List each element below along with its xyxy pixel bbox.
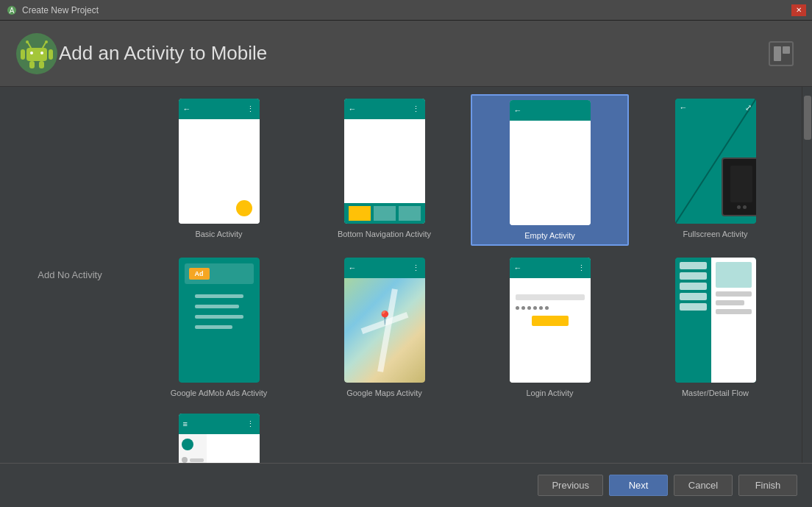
help-icon — [768, 40, 794, 67]
title-bar: A Create New Project ✕ — [0, 0, 812, 21]
back-arrow-icon: ← — [349, 263, 357, 272]
svg-rect-13 — [39, 61, 44, 68]
finish-button[interactable]: Finish — [738, 475, 797, 496]
window-icon: A — [6, 4, 18, 16]
fullscreen-activity-preview: ← ⤢ — [675, 99, 756, 224]
bottom-nav-item-3 — [399, 206, 421, 221]
activity-card-empty[interactable]: ← Empty Activity — [471, 94, 629, 246]
master-detail-label: Master/Detail Flow — [682, 389, 749, 397]
svg-point-9 — [45, 40, 48, 43]
admob-activity-preview: Ad — [179, 258, 260, 383]
login-activity-label: Login Activity — [526, 389, 573, 397]
android-logo — [15, 32, 59, 76]
master-detail-preview — [675, 258, 756, 383]
help-icon-container — [765, 38, 797, 70]
menu-dots-icon: ⋮ — [412, 263, 421, 273]
activity-card-nav-drawer[interactable]: ≡ ⋮ — [140, 409, 298, 463]
svg-rect-12 — [29, 61, 35, 68]
main-content: Add No Activity ← ⋮ Basic Activity — [0, 87, 812, 463]
login-activity-preview: ← ⋮ — [510, 258, 591, 383]
bottom-nav-item-2 — [374, 206, 396, 221]
expand-icon: ⤢ — [745, 103, 752, 113]
admob-activity-label: Google AdMob Ads Activity — [171, 389, 267, 397]
back-arrow-icon: ← — [183, 104, 191, 113]
fullscreen-activity-label: Fullscreen Activity — [683, 230, 747, 238]
back-arrow-icon: ← — [514, 106, 522, 115]
activity-card-fullscreen[interactable]: ← ⤢ Fullscreen Activity — [636, 94, 794, 246]
bottom-navigation-preview: ← ⋮ — [344, 99, 425, 224]
activity-card-login[interactable]: ← ⋮ — [471, 253, 629, 402]
svg-point-7 — [26, 40, 29, 43]
svg-rect-16 — [783, 46, 790, 54]
cancel-button[interactable]: Cancel — [674, 475, 733, 496]
maps-activity-label: Google Maps Activity — [346, 389, 422, 397]
activity-card-bottom-navigation[interactable]: ← ⋮ Bottom Navigation Activity — [305, 94, 463, 246]
svg-text:A: A — [10, 7, 15, 15]
next-button[interactable]: Next — [609, 475, 668, 496]
menu-dots-icon: ⋮ — [577, 263, 586, 273]
map-pin-icon: 📍 — [377, 310, 393, 326]
activity-card-basic[interactable]: ← ⋮ Basic Activity — [140, 94, 298, 246]
drawer-avatar — [182, 439, 193, 450]
basic-activity-label: Basic Activity — [195, 230, 242, 238]
svg-point-5 — [40, 52, 43, 54]
scrollbar[interactable] — [802, 87, 812, 463]
basic-activity-preview: ← ⋮ — [179, 99, 260, 224]
header: Add an Activity to Mobile — [0, 21, 812, 87]
left-panel: Add No Activity — [0, 87, 140, 463]
menu-icon: ≡ — [183, 419, 188, 428]
back-arrow-icon: ← — [349, 104, 357, 113]
menu-dots-icon: ⋮ — [246, 104, 255, 114]
page-title: Add an Activity to Mobile — [59, 42, 267, 65]
scrollbar-thumb[interactable] — [804, 96, 811, 140]
previous-button[interactable]: Previous — [538, 475, 603, 496]
empty-activity-preview: ← — [510, 100, 591, 225]
maps-activity-preview: ← ⋮ 📍 — [344, 258, 425, 383]
activity-card-master-detail[interactable]: Master/Detail Flow — [636, 253, 794, 402]
menu-dots-icon: ⋮ — [412, 104, 421, 114]
bottom-navigation-label: Bottom Navigation Activity — [338, 230, 431, 238]
nav-drawer-preview: ≡ ⋮ — [179, 414, 260, 463]
footer: Previous Next Cancel Finish — [0, 463, 812, 507]
svg-point-4 — [30, 52, 33, 54]
menu-dots-icon: ⋮ — [246, 419, 255, 429]
svg-rect-15 — [774, 46, 781, 61]
back-arrow-icon: ← — [680, 103, 688, 113]
activity-grid: ← ⋮ Basic Activity ← ⋮ — [140, 87, 802, 463]
bottom-nav-item-1 — [349, 206, 371, 221]
fab-icon — [236, 200, 252, 216]
add-no-activity-label: Add No Activity — [38, 269, 102, 280]
svg-rect-11 — [49, 49, 53, 60]
empty-activity-label: Empty Activity — [524, 231, 574, 240]
activity-card-maps[interactable]: ← ⋮ 📍 Google Maps Activity — [305, 253, 463, 402]
title-bar-text: Create New Project — [22, 5, 99, 15]
svg-rect-10 — [21, 49, 25, 60]
back-arrow-icon: ← — [514, 263, 522, 272]
svg-rect-3 — [26, 48, 47, 61]
activity-card-admob[interactable]: Ad Google AdMob Ads Activity — [140, 253, 298, 402]
close-button[interactable]: ✕ — [791, 4, 806, 16]
